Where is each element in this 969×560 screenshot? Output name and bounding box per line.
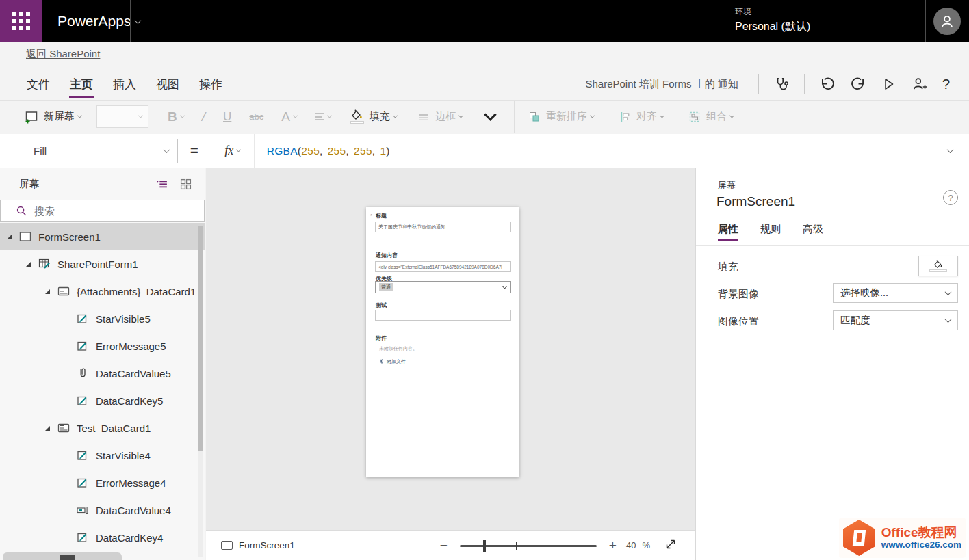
equals-sign: = [190, 143, 198, 159]
menu-tab-view[interactable]: 视图 [155, 72, 180, 96]
tree-item-starvisible4[interactable]: StarVisible4 [0, 442, 205, 469]
content-field-input[interactable] [375, 261, 511, 272]
tree-item-test-datacard1[interactable]: Test_DataCard1 [0, 414, 205, 442]
grid-view-icon[interactable] [179, 178, 192, 191]
align-objects-button[interactable]: 对齐 [619, 110, 664, 123]
tree-scrollbar-thumb[interactable] [198, 226, 203, 451]
tab-advanced[interactable]: 高级 [803, 223, 823, 241]
screen-search-box [0, 200, 205, 222]
product-switcher[interactable]: PowerApps [57, 0, 140, 42]
environment-picker[interactable]: 环境 Personal (默认) [735, 6, 810, 34]
design-canvas[interactable]: * 标题 通知内容 优先级 普通 测试 附件 未附加任何内容。 附加文件 [206, 168, 695, 530]
reorder-button[interactable]: 重新排序 [528, 110, 594, 123]
form-screen-preview[interactable]: * 标题 通知内容 优先级 普通 测试 附件 未附加任何内容。 附加文件 [366, 207, 519, 477]
fill-button[interactable]: 填充 [350, 109, 397, 124]
play-icon [881, 76, 897, 92]
menu-tab-file[interactable]: 文件 [26, 72, 51, 96]
tab-rules[interactable]: 规则 [760, 223, 781, 241]
zoom-slider-handle[interactable] [483, 540, 486, 552]
border-label: 边框 [435, 110, 456, 123]
tree-item-attachments-datacard1[interactable]: {Attachments}_DataCard1 [0, 278, 205, 305]
attach-file-button[interactable]: 附加文件 [379, 358, 406, 365]
undo-button[interactable] [819, 76, 836, 92]
tree-item-datacardvalue4[interactable]: DataCardValue4 [0, 496, 205, 524]
tab-properties[interactable]: 属性 [718, 223, 738, 241]
tree-item-datacardvalue5[interactable]: DataCardValue5 [0, 360, 205, 387]
tree-item-datacardkey5[interactable]: DataCardKey5 [0, 387, 205, 414]
fill-bucket-icon [933, 260, 944, 269]
tree-item-starvisible5[interactable]: StarVisible5 [0, 305, 205, 332]
more-formatting-chevron[interactable] [484, 108, 496, 120]
chevron-down-icon [502, 284, 507, 289]
tree-item-errormessage5[interactable]: ErrorMessage5 [0, 332, 205, 360]
formula-input[interactable]: RGBA(255,255,255,1) [267, 145, 943, 157]
zoom-slider[interactable] [460, 539, 597, 552]
menu-tab-action[interactable]: 操作 [198, 72, 223, 96]
zoom-out-button[interactable]: − [440, 538, 448, 553]
required-mark: * [370, 213, 372, 219]
tree-item-datacardkey4[interactable]: DataCardKey4 [0, 524, 205, 551]
tree-item-errormessage4[interactable]: ErrorMessage4 [0, 469, 205, 496]
group-button[interactable]: 组合 [688, 110, 734, 123]
add-user-icon [912, 76, 928, 92]
priority-value: 普通 [379, 283, 393, 291]
fill-color-button[interactable] [918, 256, 958, 276]
property-select[interactable]: Fill [25, 139, 178, 163]
redo-button[interactable] [850, 76, 866, 92]
zoom-percentage: 40 [626, 540, 636, 550]
menu-right-cluster: SharePoint 培训 Forms 上的 通知 ? [585, 68, 969, 100]
divider [696, 245, 969, 246]
fit-to-window-button[interactable] [664, 537, 677, 553]
italic-button[interactable]: / [202, 109, 205, 124]
text-align-button[interactable] [315, 111, 331, 122]
test-field-input[interactable] [375, 310, 511, 321]
title-field-input[interactable] [375, 222, 511, 232]
app-checker-button[interactable] [773, 76, 790, 92]
test-field-label: 测试 [376, 302, 387, 309]
font-color-button[interactable]: A [281, 109, 297, 124]
back-to-sharepoint-link[interactable]: 返回 SharePoint [26, 48, 100, 61]
tree-item-label: ErrorMessage5 [96, 341, 166, 352]
image-position-dropdown[interactable]: 匹配度 [833, 310, 958, 330]
menu-tab-home[interactable]: 主页 [69, 72, 94, 96]
expander-icon[interactable] [45, 426, 50, 431]
environment-value: Personal (默认) [735, 20, 810, 34]
font-size-select[interactable] [96, 105, 148, 128]
text-input-icon [77, 504, 89, 516]
panel-help-button[interactable]: ? [943, 190, 958, 205]
bg-image-value: 选择映像... [840, 286, 888, 299]
fx-dropdown[interactable]: fx [211, 134, 255, 168]
formula-expand-chevron[interactable] [947, 146, 954, 153]
zoom-in-button[interactable]: + [609, 538, 617, 553]
priority-dropdown[interactable]: 普通 [375, 281, 511, 293]
new-screen-button[interactable]: 新屏幕 [25, 110, 81, 124]
preview-play-button[interactable] [881, 76, 897, 92]
label-icon [77, 395, 89, 407]
group-label: 组合 [706, 110, 727, 123]
share-add-user-button[interactable] [912, 76, 928, 92]
tree-item-formscreen1[interactable]: FormScreen1 [0, 223, 205, 250]
border-button[interactable]: 边框 [417, 110, 463, 123]
underline-button[interactable]: U [223, 110, 231, 124]
expander-icon[interactable] [26, 262, 31, 267]
bg-image-field-label: 背景图像 [718, 288, 759, 301]
strikethrough-button[interactable]: abc [249, 111, 263, 122]
expander-icon[interactable] [7, 235, 12, 239]
list-view-icon[interactable] [155, 178, 168, 191]
tree-item-label: {Attachments}_DataCard1 [77, 286, 196, 297]
reorder-icon [528, 111, 541, 123]
expander-icon[interactable] [45, 289, 50, 294]
tree-item-sharepointform1[interactable]: SharePointForm1 [0, 250, 205, 278]
properties-tabs: 属性 规则 高级 [718, 223, 823, 241]
bold-button[interactable]: B [168, 109, 184, 124]
tree-item-label: StarVisible4 [96, 450, 151, 462]
bg-image-dropdown[interactable]: 选择映像... [833, 283, 958, 303]
account-avatar[interactable] [933, 8, 961, 35]
waffle-menu-button[interactable] [0, 0, 42, 42]
search-input[interactable] [34, 205, 178, 217]
help-button[interactable]: ? [942, 77, 950, 92]
format-group: B / U abc A [168, 109, 331, 124]
fill-color-swatch [929, 269, 947, 272]
title-field-label: 标题 [376, 212, 387, 219]
menu-tab-insert[interactable]: 插入 [112, 72, 137, 96]
